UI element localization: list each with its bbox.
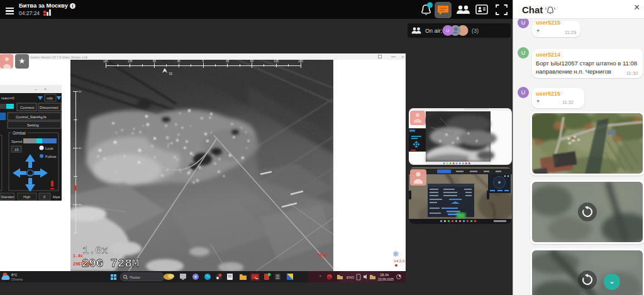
svg-text:1.0x: 1.0x: [82, 245, 108, 257]
svg-text:Lock: Lock: [45, 147, 54, 150]
svg-text:×: ×: [44, 87, 47, 91]
svg-text:135: 135: [274, 60, 279, 63]
svg-text:30: 30: [79, 203, 82, 206]
svg-text:15: 15: [14, 148, 19, 152]
svg-text:52: 52: [169, 72, 173, 75]
svg-text:udp: udp: [47, 96, 53, 100]
svg-text:Speed: Speed: [11, 140, 22, 143]
svg-text:50: 50: [79, 90, 82, 93]
svg-text:Standart: Standart: [1, 195, 14, 199]
svg-text:18:34: 18:34: [380, 273, 389, 277]
svg-text:High: High: [23, 195, 30, 199]
svg-text:8°C: 8°C: [11, 273, 17, 277]
svg-text:kbps: kbps: [53, 195, 60, 199]
svg-text:On air:: On air:: [425, 28, 442, 34]
svg-text:ENG: ENG: [347, 276, 354, 279]
svg-text:Connect: Connect: [20, 106, 35, 109]
svg-text:U: U: [446, 28, 449, 33]
svg-text:Облачно: Облачно: [11, 278, 23, 281]
svg-text:^: ^: [319, 275, 321, 279]
svg-text:90: 90: [153, 60, 157, 63]
svg-text:ream=0: ream=0: [1, 96, 14, 100]
svg-text:90: 90: [250, 60, 254, 63]
svg-text:29G 728M: 29G 728M: [82, 257, 139, 270]
svg-text:Gimbal: Gimbal: [13, 131, 26, 135]
svg-text:135: 135: [128, 60, 133, 63]
svg-text:–: –: [35, 87, 37, 91]
svg-text:0: 0: [43, 195, 45, 199]
svg-text:Follow: Follow: [45, 155, 57, 159]
svg-text:45: 45: [226, 60, 230, 63]
svg-text:180: 180: [298, 60, 303, 63]
svg-text:Disconnect: Disconnect: [40, 106, 58, 109]
svg-text:40: 40: [79, 147, 82, 150]
svg-text:45: 45: [177, 60, 181, 63]
svg-text:(3): (3): [472, 28, 479, 34]
svg-text:Setting: Setting: [27, 123, 39, 127]
svg-text:STAB: STAB: [318, 253, 327, 258]
svg-text:180: 180: [103, 60, 108, 63]
svg-text:Поиск: Поиск: [130, 276, 140, 279]
svg-text:23.09.2025: 23.09.2025: [378, 277, 394, 281]
svg-text:Control_StartAgJs: Control_StartAgJs: [16, 115, 47, 119]
